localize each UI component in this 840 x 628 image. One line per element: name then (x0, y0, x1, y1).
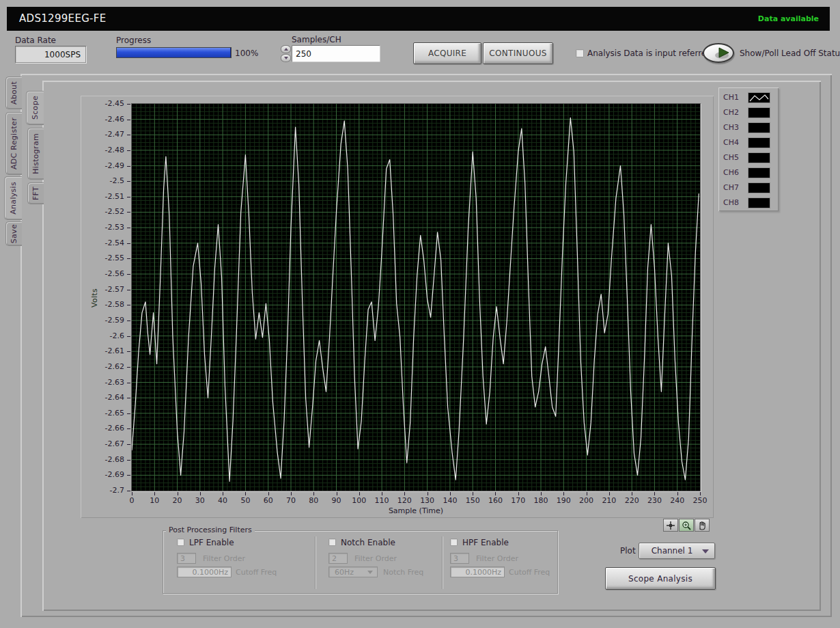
legend-row-ch1[interactable]: CH1 (718, 90, 779, 105)
notch-filter-order-label: Filter Order (354, 554, 397, 563)
pan-tool-button[interactable] (695, 519, 710, 532)
tab-about[interactable]: About (5, 77, 22, 109)
x-tick-label: 150 (461, 496, 484, 505)
x-tick-label: 230 (643, 496, 666, 505)
tab-analysis[interactable]: Analysis (4, 176, 22, 220)
legend-row-ch8[interactable]: CH8 (718, 195, 779, 210)
y-tick-label: -2.48 (81, 146, 124, 154)
ch3-plot-swatch[interactable] (748, 122, 770, 133)
cursor-tool-button[interactable] (663, 519, 678, 532)
ch2-plot-swatch[interactable] (748, 107, 770, 118)
y-tick-mark (127, 166, 130, 167)
analysis-input-referred-checkbox[interactable] (576, 49, 584, 57)
tab-save[interactable]: Save (5, 221, 22, 246)
legend-row-ch4[interactable]: CH4 (718, 135, 779, 150)
y-tick-label: -2.47 (81, 131, 124, 139)
scope-graph: -2.45-2.46-2.47-2.48-2.49-2.5-2.51-2.52-… (81, 96, 714, 518)
tab-histogram[interactable]: Histogram (27, 128, 44, 180)
waveform-plot-area[interactable] (131, 103, 701, 491)
ch5-plot-swatch[interactable] (748, 152, 770, 163)
x-tick-mark (563, 492, 564, 495)
y-tick-mark (127, 212, 130, 213)
y-tick-mark (127, 320, 130, 321)
x-tick-label: 80 (302, 496, 325, 505)
x-tick-label: 10 (143, 496, 166, 505)
legend-row-ch3[interactable]: CH3 (718, 120, 779, 135)
plot-channel-dropdown[interactable]: Channel 1 (639, 543, 715, 559)
spinner-up-button[interactable] (281, 45, 291, 53)
ch7-plot-swatch[interactable] (748, 182, 770, 193)
x-tick-mark (404, 492, 405, 495)
x-tick-mark (154, 492, 155, 495)
notch-freq-dropdown[interactable]: 60Hz (328, 566, 378, 577)
notch-enable-checkbox[interactable] (328, 538, 336, 546)
y-tick-label: -2.51 (81, 193, 124, 201)
data-available-status: Data available (758, 14, 819, 23)
ch8-plot-swatch[interactable] (748, 197, 770, 208)
tab-fft[interactable]: FFT (27, 182, 44, 204)
y-tick-mark (127, 475, 130, 476)
notch-filter-order-field[interactable]: 2 (328, 553, 348, 564)
lpf-enable-checkbox[interactable] (177, 538, 184, 546)
y-tick-label: -2.61 (81, 347, 124, 355)
y-tick-mark (127, 274, 130, 275)
x-tick-mark (700, 492, 701, 495)
acquire-button[interactable]: ACQUIRE (413, 42, 481, 64)
progress-label: Progress (116, 36, 151, 45)
hpf-filter-order-field[interactable]: 3 (450, 553, 469, 564)
magnifier-icon (682, 521, 691, 530)
tab-adc-register[interactable]: ADC Register (5, 112, 22, 175)
x-tick-label: 170 (507, 496, 530, 505)
y-tick-label: -2.52 (81, 208, 124, 216)
spinner-down-button[interactable] (281, 54, 291, 62)
samples-per-ch-input[interactable]: 250 (292, 45, 380, 62)
x-tick-mark (541, 492, 542, 495)
x-tick-mark (337, 492, 337, 495)
x-tick-label: 110 (370, 496, 393, 505)
lpf-cutoff-freq-field[interactable]: 0.1000Hz (177, 566, 232, 577)
y-tick-mark (127, 428, 130, 429)
samples-spinner[interactable] (281, 45, 291, 62)
lpf-filter-order-field[interactable]: 3 (177, 553, 196, 564)
waveform-chart (132, 104, 700, 491)
continuous-button[interactable]: CONTINUOUS (483, 42, 553, 64)
ch6-plot-swatch[interactable] (748, 167, 770, 178)
x-tick-mark (587, 492, 587, 495)
legend-label: CH6 (723, 168, 739, 177)
x-tick-label: 250 (688, 496, 712, 505)
zoom-tool-button[interactable] (679, 519, 694, 532)
tab-fft-label: FFT (31, 187, 40, 200)
y-tick-mark (127, 460, 130, 461)
y-tick-label: -2.53 (81, 223, 124, 232)
y-tick-label: -2.54 (81, 239, 124, 247)
ch1-plot-swatch[interactable] (748, 92, 770, 103)
y-tick-label: -2.69 (81, 471, 124, 479)
legend-row-ch6[interactable]: CH6 (718, 165, 779, 180)
x-tick-mark (677, 492, 678, 495)
x-tick-mark (359, 492, 360, 495)
samples-per-ch-label: Samples/CH (292, 35, 341, 44)
x-tick-mark (518, 492, 519, 495)
legend-row-ch2[interactable]: CH2 (718, 105, 779, 120)
notch-freq-label: Notch Freq (383, 568, 423, 577)
scope-analysis-button[interactable]: Scope Analysis (605, 567, 716, 590)
plot-select-label: Plot (620, 546, 636, 556)
y-tick-mark (127, 336, 130, 337)
y-tick-label: -2.6 (81, 332, 124, 340)
x-tick-mark (268, 492, 269, 495)
ch4-plot-swatch[interactable] (748, 137, 770, 148)
legend-row-ch5[interactable]: CH5 (718, 150, 779, 165)
legend-row-ch7[interactable]: CH7 (718, 180, 779, 195)
y-tick-label: -2.62 (81, 363, 124, 371)
lead-off-status-button[interactable] (703, 43, 734, 63)
x-axis-label: Sample (Time) (132, 506, 700, 515)
x-tick-mark (223, 492, 223, 495)
hpf-enable-checkbox[interactable] (450, 538, 458, 546)
tab-scope[interactable]: Scope (26, 91, 44, 125)
x-tick-label: 70 (279, 496, 303, 505)
hpf-cutoff-freq-field[interactable]: 0.1000Hz (450, 566, 505, 577)
y-tick-label: -2.57 (81, 286, 124, 294)
tab-scope-label: Scope (31, 96, 40, 120)
lpf-filter-order-label: Filter Order (203, 554, 245, 563)
x-tick-mark (495, 492, 496, 495)
